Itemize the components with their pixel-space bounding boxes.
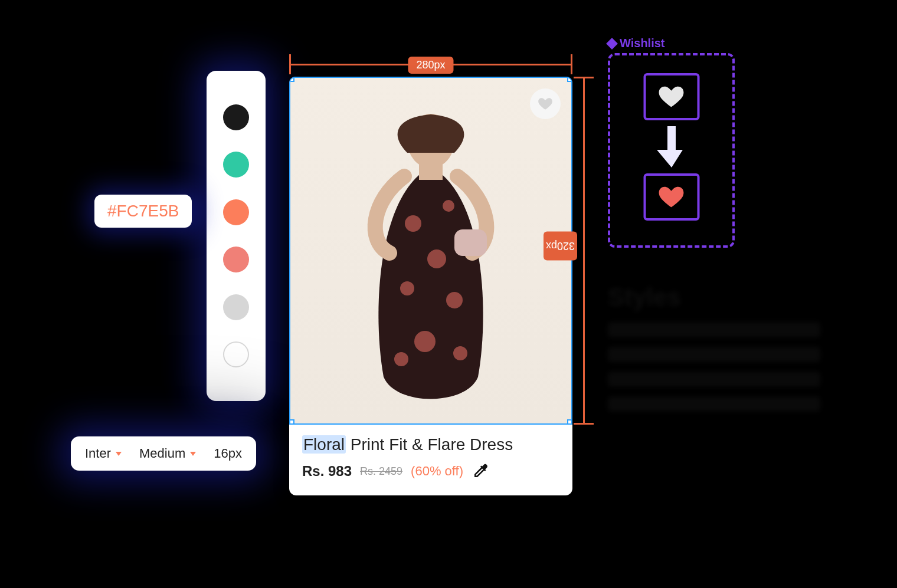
svg-point-2 <box>443 200 454 212</box>
swatch-6[interactable] <box>223 341 249 367</box>
price-discount: (60% off) <box>411 464 463 479</box>
swatch-5[interactable] <box>223 294 249 320</box>
diamond-icon <box>606 38 618 50</box>
resize-handle[interactable] <box>567 419 572 425</box>
svg-point-5 <box>446 292 463 308</box>
font-size-label: 16px <box>214 446 242 461</box>
product-image-frame[interactable] <box>289 77 572 425</box>
wishlist-button[interactable] <box>530 88 561 119</box>
color-palette[interactable] <box>207 71 266 401</box>
arrow-down-icon <box>657 126 686 176</box>
svg-point-7 <box>453 346 467 360</box>
wishlist-inspector-label: Wishlist <box>608 37 665 50</box>
eyedropper-icon[interactable] <box>472 462 489 480</box>
height-ruler: 320px <box>574 77 594 425</box>
resize-handle[interactable] <box>289 77 294 82</box>
svg-point-6 <box>414 331 436 352</box>
svg-point-4 <box>400 281 414 295</box>
swatch-1[interactable] <box>223 104 249 130</box>
font-family-dropdown[interactable]: Inter <box>85 446 122 461</box>
typography-bar: Inter Medium 16px <box>71 436 256 471</box>
svg-point-1 <box>405 215 421 232</box>
font-family-value: Inter <box>85 446 111 461</box>
font-weight-value: Medium <box>139 446 185 461</box>
svg-point-3 <box>427 249 446 268</box>
swatch-4[interactable] <box>223 247 249 272</box>
wishlist-inspector[interactable] <box>608 53 735 248</box>
chevron-down-icon <box>116 452 122 456</box>
title-rest: Print Fit & Flare Dress <box>346 435 513 454</box>
active-hex-chip[interactable]: #FC7E5B <box>94 195 192 228</box>
price-old: Rs. 2459 <box>360 465 402 478</box>
blurred-heading: Styles <box>608 283 820 311</box>
height-ruler-label: 320px <box>544 231 577 260</box>
width-ruler: 280px <box>289 54 572 74</box>
resize-handle[interactable] <box>289 419 294 425</box>
price-current: Rs. 983 <box>302 463 352 479</box>
product-illustration <box>336 106 525 412</box>
heart-icon <box>538 96 553 111</box>
wishlist-state-empty[interactable] <box>643 73 699 120</box>
font-size-value[interactable]: 16px <box>214 446 242 461</box>
blurred-panel: Styles <box>608 283 820 421</box>
product-info: Floral Print Fit & Flare Dress Rs. 983 R… <box>289 425 572 495</box>
svg-point-8 <box>394 352 408 366</box>
heart-filled-icon <box>658 183 685 211</box>
width-ruler-label: 280px <box>408 57 453 74</box>
font-weight-dropdown[interactable]: Medium <box>139 446 196 461</box>
wishlist-label-text: Wishlist <box>620 37 665 50</box>
swatch-2[interactable] <box>223 152 249 178</box>
title-highlight: Floral <box>302 435 346 454</box>
svg-rect-9 <box>419 162 443 180</box>
chevron-down-icon <box>190 452 196 456</box>
product-title[interactable]: Floral Print Fit & Flare Dress <box>302 435 559 454</box>
product-card: Floral Print Fit & Flare Dress Rs. 983 R… <box>289 77 572 495</box>
svg-rect-10 <box>454 229 487 256</box>
swatch-3-active[interactable] <box>223 199 249 225</box>
resize-handle[interactable] <box>567 77 572 82</box>
heart-outline-icon <box>658 83 685 110</box>
wishlist-state-filled[interactable] <box>643 173 699 221</box>
